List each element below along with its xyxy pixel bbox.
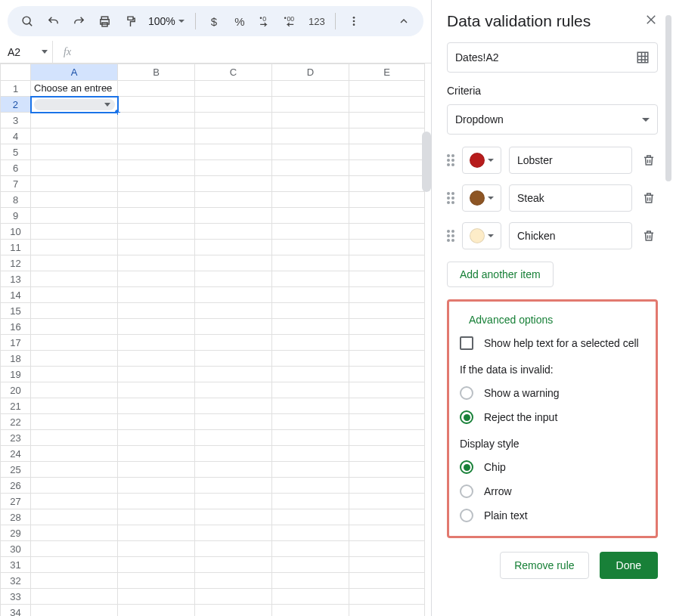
cell[interactable] <box>272 113 349 128</box>
cell[interactable] <box>195 605 272 617</box>
cell[interactable] <box>118 303 195 319</box>
row-header[interactable]: 32 <box>1 573 31 589</box>
cell[interactable] <box>31 303 118 319</box>
cell[interactable] <box>118 255 195 271</box>
cell[interactable] <box>272 208 349 224</box>
cell[interactable] <box>349 605 425 617</box>
cell[interactable] <box>195 573 272 589</box>
cell[interactable] <box>31 414 118 430</box>
drag-handle-icon[interactable] <box>447 154 454 166</box>
cell[interactable] <box>31 176 118 192</box>
cell[interactable] <box>272 462 349 478</box>
cell[interactable] <box>272 224 349 240</box>
row-header[interactable]: 2 <box>1 97 31 113</box>
cell[interactable] <box>118 557 195 573</box>
cell[interactable] <box>195 478 272 494</box>
cell[interactable] <box>195 541 272 557</box>
display-option-radio[interactable] <box>460 509 473 522</box>
cell[interactable] <box>31 446 118 462</box>
row-header[interactable]: 9 <box>1 208 31 224</box>
cell[interactable] <box>272 144 349 160</box>
cell[interactable] <box>349 176 425 192</box>
row-header[interactable]: 28 <box>1 509 31 525</box>
row-header[interactable]: 18 <box>1 351 31 367</box>
cell[interactable] <box>195 208 272 224</box>
row-header[interactable]: 6 <box>1 160 31 176</box>
cell[interactable] <box>195 367 272 382</box>
row-header[interactable]: 27 <box>1 494 31 509</box>
cell[interactable] <box>272 367 349 382</box>
row-header[interactable]: 30 <box>1 541 31 557</box>
search-icon[interactable] <box>17 11 38 32</box>
select-range-icon[interactable] <box>636 51 650 64</box>
delete-icon[interactable] <box>640 191 658 205</box>
cell[interactable] <box>349 557 425 573</box>
cell[interactable] <box>31 573 118 589</box>
cell[interactable] <box>118 589 195 605</box>
done-button[interactable]: Done <box>600 552 658 579</box>
row-header[interactable]: 21 <box>1 398 31 414</box>
delete-icon[interactable] <box>640 153 658 167</box>
cell[interactable] <box>349 589 425 605</box>
invalid-option-radio[interactable] <box>460 386 473 400</box>
display-option-radio[interactable] <box>460 484 473 498</box>
increase-decimal-icon[interactable]: 00 <box>281 11 302 32</box>
cell[interactable] <box>31 208 118 224</box>
percent-format-icon[interactable]: % <box>229 11 250 32</box>
cell[interactable] <box>272 240 349 255</box>
delete-icon[interactable] <box>640 229 658 243</box>
cell[interactable] <box>349 367 425 382</box>
select-all-corner[interactable] <box>1 64 31 81</box>
option-value-input[interactable]: Steak <box>509 184 632 212</box>
cell[interactable] <box>272 494 349 509</box>
cell[interactable] <box>118 81 195 97</box>
cell[interactable] <box>349 509 425 525</box>
row-header[interactable]: 29 <box>1 525 31 541</box>
cell[interactable] <box>272 398 349 414</box>
cell[interactable] <box>349 240 425 255</box>
cell[interactable] <box>195 303 272 319</box>
cell[interactable] <box>349 113 425 128</box>
cell[interactable] <box>349 144 425 160</box>
cell[interactable] <box>349 351 425 367</box>
cell[interactable] <box>31 271 118 287</box>
cell[interactable] <box>349 446 425 462</box>
cell[interactable] <box>31 430 118 446</box>
cell[interactable] <box>118 335 195 351</box>
cell[interactable] <box>272 430 349 446</box>
cell[interactable] <box>31 113 118 128</box>
cell[interactable] <box>349 398 425 414</box>
cell[interactable] <box>195 255 272 271</box>
cell[interactable] <box>118 367 195 382</box>
row-header[interactable]: 5 <box>1 144 31 160</box>
cell[interactable] <box>118 494 195 509</box>
close-icon[interactable] <box>644 13 658 29</box>
row-header[interactable]: 3 <box>1 113 31 128</box>
cell[interactable] <box>118 128 195 144</box>
cell[interactable] <box>349 430 425 446</box>
cell[interactable] <box>31 494 118 509</box>
cell[interactable] <box>31 255 118 271</box>
color-picker[interactable] <box>462 222 501 249</box>
cell[interactable] <box>349 573 425 589</box>
cell[interactable] <box>195 382 272 398</box>
row-header[interactable]: 14 <box>1 287 31 303</box>
cell[interactable] <box>195 144 272 160</box>
cell[interactable] <box>349 303 425 319</box>
cell[interactable] <box>31 382 118 398</box>
dropdown-chip[interactable] <box>34 99 115 110</box>
cell[interactable] <box>272 192 349 208</box>
cell[interactable] <box>31 240 118 255</box>
cell[interactable] <box>31 367 118 382</box>
cell[interactable] <box>118 382 195 398</box>
cell[interactable] <box>195 462 272 478</box>
cell[interactable] <box>118 287 195 303</box>
cell[interactable] <box>272 335 349 351</box>
cell[interactable] <box>349 382 425 398</box>
name-box[interactable]: A2 <box>8 41 53 63</box>
cell[interactable] <box>195 224 272 240</box>
cell[interactable] <box>118 240 195 255</box>
cell[interactable] <box>118 398 195 414</box>
cell[interactable] <box>31 335 118 351</box>
cell[interactable] <box>195 271 272 287</box>
